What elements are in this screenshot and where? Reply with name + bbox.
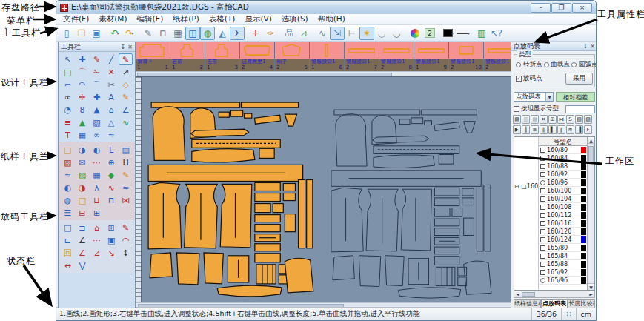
star-line-icon[interactable]: ✶ — [359, 27, 374, 40]
panel-close-icon[interactable]: × — [590, 43, 595, 50]
size-row[interactable]: 160/80 — [539, 146, 587, 154]
grading-table-button[interactable]: ▦ — [531, 115, 539, 124]
size-color-swatch[interactable] — [581, 204, 586, 211]
grading-table-button[interactable]: ≡ — [531, 125, 539, 134]
design-tool-icon[interactable]: ∞ — [90, 129, 104, 141]
grading-table-button[interactable]: ⊞ — [548, 115, 557, 124]
grading-table-button[interactable]: ▨ — [584, 115, 592, 124]
design-tool-icon[interactable]: ╱ — [104, 53, 119, 65]
size-checkbox[interactable] — [540, 262, 545, 267]
size-checkbox[interactable] — [540, 254, 545, 259]
size-table-vscrollbar[interactable]: ▲ ▼ — [587, 137, 594, 290]
grading-table-button[interactable]: ║ — [522, 125, 530, 134]
design-tool-icon[interactable]: ✛ — [76, 91, 90, 103]
size-checkbox[interactable] — [540, 172, 545, 177]
sum-icon[interactable]: Σ — [230, 27, 245, 40]
pattern-tool-icon[interactable]: ≈ — [61, 169, 75, 181]
design-tool-icon[interactable]: ▦ — [76, 129, 90, 141]
drag-canvas-icon[interactable]: ⇲ — [330, 27, 345, 40]
title-bar[interactable]: E:\桌面\司法警执勤腰包袋2021款.DGS - 富怡CAD –❐× — [56, 1, 596, 14]
design-tool-icon[interactable]: ◇ — [119, 79, 133, 90]
design-tool-icon[interactable]: ⌒ — [76, 66, 90, 78]
grading-table-button[interactable]: ∥ — [540, 125, 548, 134]
design-tool-icon[interactable]: ✎ — [119, 91, 133, 103]
size-row[interactable]: 160/124 — [539, 236, 587, 244]
grading-tool-icon[interactable]: ⊿ — [90, 247, 104, 259]
size-checkbox[interactable] — [540, 229, 545, 234]
size-color-swatch[interactable] — [581, 277, 586, 284]
design-tool-icon[interactable]: ▲ — [90, 104, 104, 116]
pattern-tool-icon[interactable]: ◐ — [90, 144, 104, 156]
point-type-radio[interactable] — [544, 62, 549, 67]
size-row[interactable]: 165/84 — [539, 252, 587, 260]
pattern-tool-icon[interactable]: ⋯ — [90, 156, 104, 168]
pattern-tool-icon[interactable]: ⋈ — [119, 194, 133, 206]
pattern-tool-icon[interactable]: ▤ — [119, 144, 133, 156]
grading-tool-icon[interactable]: ↕ — [119, 247, 133, 259]
pattern-tool-icon[interactable]: ⊟ — [76, 207, 90, 219]
design-tool-icon[interactable]: ✕ — [104, 66, 119, 78]
new-icon[interactable]: ▯ — [59, 27, 74, 40]
size-row[interactable]: 165/92 — [539, 268, 587, 277]
size-checkbox[interactable] — [540, 205, 545, 210]
chevron-down-icon[interactable]: ▼ — [545, 93, 553, 101]
grading-tool-icon[interactable]: □ — [61, 222, 75, 234]
pattern-tool-icon[interactable]: ≈ — [119, 182, 133, 193]
design-tool-icon[interactable]: ✁ — [90, 66, 104, 78]
pattern-tool-icon[interactable]: ◐ — [61, 182, 75, 193]
dropdown-caret-icon[interactable]: ▾ — [451, 30, 454, 36]
size-row[interactable]: 160/112 — [539, 211, 587, 219]
pattern-cell[interactable]: 警服腰袋128 — [379, 42, 414, 71]
line-color-icon[interactable]: ▾ — [441, 27, 456, 40]
point-type-radio[interactable] — [516, 62, 521, 67]
group-display-checkbox[interactable]: ✓ — [514, 106, 519, 112]
close-button[interactable]: × — [572, 3, 592, 13]
design-tool-icon[interactable]: ▧ — [90, 116, 104, 128]
pattern-strip-scrollbar[interactable] — [136, 71, 511, 76]
grading-tool-icon[interactable]: ∠ — [76, 234, 90, 246]
size-row[interactable]: 165/96 — [539, 277, 587, 285]
menu-item-5[interactable]: 表格(T) — [209, 14, 236, 24]
size-row[interactable]: 160/84 — [539, 154, 587, 162]
pattern-cell[interactable]: 左前13 — [205, 42, 239, 71]
pattern-cell[interactable]: 警服腰袋127 — [345, 42, 379, 71]
size-color-swatch[interactable] — [581, 220, 586, 227]
size-group-tree[interactable]: ⊟ □160 — [514, 137, 539, 290]
size-row[interactable]: 160/92 — [539, 171, 587, 179]
grading-table-button[interactable]: ▧ — [575, 115, 583, 124]
scroll-thumb[interactable] — [588, 146, 594, 164]
maximize-button[interactable]: ❐ — [551, 3, 571, 13]
size-color-swatch[interactable] — [581, 171, 586, 178]
grading-table-button[interactable]: ▌ — [548, 125, 557, 134]
design-tool-icon[interactable]: ≈ — [104, 129, 119, 141]
color-triangle-icon[interactable]: ◭ — [215, 27, 230, 40]
pattern-tool-icon[interactable]: ⊓ — [104, 194, 119, 206]
pattern-cell[interactable]: 警服腰袋1210 — [449, 42, 483, 71]
grading-tool-icon[interactable]: ✎ — [119, 222, 133, 234]
pattern-group-filled[interactable] — [148, 102, 313, 297]
pattern-tool-icon[interactable]: λ — [90, 182, 104, 193]
size-color-swatch[interactable] — [581, 163, 586, 170]
size-checkbox[interactable] — [540, 221, 545, 226]
grading-tool-icon[interactable]: ⌂ — [90, 222, 104, 234]
pattern-cell[interactable]: 过肩面里124 — [240, 42, 274, 71]
size-row[interactable]: 160/96 — [539, 179, 587, 187]
grading-table-button[interactable]: ▶ — [513, 125, 521, 134]
design-tool-icon[interactable]: ✂ — [104, 79, 119, 90]
design-tool-icon[interactable]: ▲ — [76, 116, 90, 128]
grading-table-button[interactable]: ⋈ — [557, 115, 565, 124]
context-help-icon[interactable]: ↖? — [489, 27, 504, 40]
table-mode-dropdown[interactable]: 点放码表 ▼ — [514, 92, 554, 102]
menu-item-3[interactable]: 编辑(E) — [137, 14, 164, 24]
scroll-up-icon[interactable]: ▲ — [588, 137, 594, 144]
structure-icon[interactable]: 品 — [282, 27, 296, 40]
scroll-down-icon[interactable]: ▼ — [588, 283, 594, 290]
dropdown-caret-icon[interactable]: ▾ — [132, 30, 134, 36]
ruler-icon[interactable]: ⊢ — [345, 27, 359, 40]
design-tool-icon[interactable]: ✚ — [76, 53, 90, 65]
design-tool-icon[interactable]: ⌂ — [104, 104, 119, 116]
grading-table-button[interactable]: S — [566, 115, 574, 124]
size-row[interactable]: 160/88 — [539, 162, 587, 171]
pattern-tool-icon[interactable]: ◍ — [61, 194, 75, 206]
size-checkbox[interactable] — [540, 213, 545, 218]
